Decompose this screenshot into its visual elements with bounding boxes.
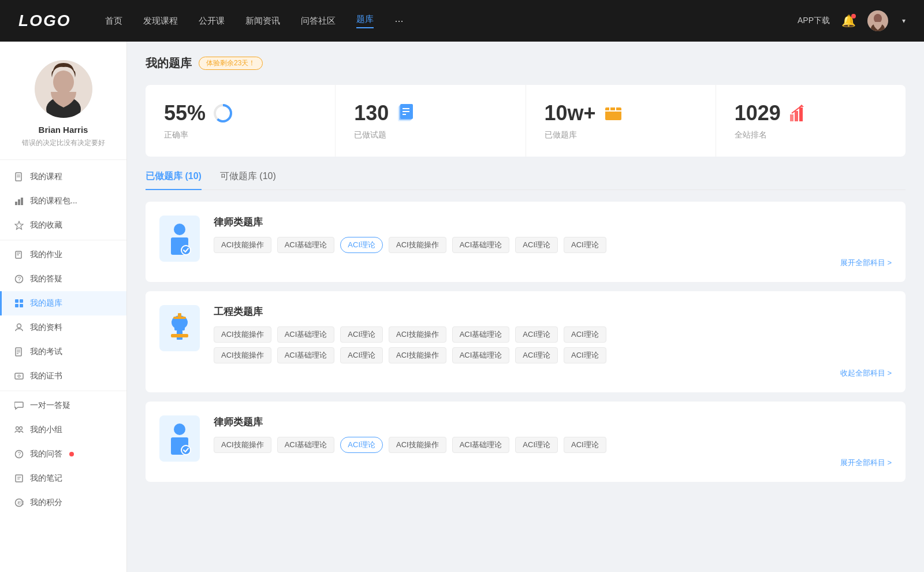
sidebar-label-questions: 我的问答 — [30, 449, 62, 459]
law2-tag-1[interactable]: ACI基础理论 — [277, 437, 335, 453]
qbank-content-lawyer-1: 律师类题库 ACI技能操作 ACI基础理论 ACI理论 ACI技能操作 ACI基… — [214, 216, 892, 268]
sidebar-item-certs[interactable]: 我的证书 — [0, 364, 126, 388]
nav-more[interactable]: ··· — [394, 15, 403, 27]
eng-tag2-5[interactable]: ACI理论 — [515, 347, 558, 363]
nav-news[interactable]: 新闻资讯 — [245, 16, 280, 27]
svg-point-40 — [218, 108, 228, 118]
tab-done[interactable]: 已做题库 (10) — [146, 170, 202, 190]
sidebar-item-qbank[interactable]: 我的题库 — [0, 291, 126, 315]
sidebar-item-course-packages[interactable]: 我的课程包... — [0, 189, 126, 213]
sidebar-item-my-qa[interactable]: ? 我的答疑 — [0, 267, 126, 291]
eng-tag2-2[interactable]: ACI理论 — [340, 347, 383, 363]
qbank-card-lawyer-2: 律师类题库 ACI技能操作 ACI基础理论 ACI理论 ACI技能操作 ACI基… — [146, 402, 906, 482]
eng-tag-6[interactable]: ACI理论 — [564, 326, 606, 343]
eng-tag-4[interactable]: ACI基础理论 — [452, 326, 510, 343]
notification-bell[interactable]: 🔔 — [841, 14, 856, 28]
eng-tag-0[interactable]: ACI技能操作 — [214, 326, 271, 343]
eng-tag2-1[interactable]: ACI基础理论 — [277, 347, 335, 363]
nav-qbank[interactable]: 题库 — [356, 14, 374, 28]
sidebar-item-1on1[interactable]: 一对一答疑 — [0, 393, 126, 418]
law2-tag-3[interactable]: ACI技能操作 — [389, 437, 446, 453]
stat-questions-top: 130 — [354, 101, 506, 125]
law2-tag-6[interactable]: ACI理论 — [564, 437, 606, 453]
qbank-card-lawyer-1: 律师类题库 ACI技能操作 ACI基础理论 ACI理论 ACI技能操作 ACI基… — [146, 202, 906, 282]
eng-tag-2[interactable]: ACI理论 — [340, 326, 383, 343]
eng-tag-5[interactable]: ACI理论 — [515, 326, 558, 343]
tag-2[interactable]: ACI理论 — [340, 237, 383, 253]
eng-tag-1[interactable]: ACI基础理论 — [277, 326, 335, 343]
sidebar-item-notes[interactable]: 我的笔记 — [0, 466, 126, 491]
sidebar-item-homework[interactable]: 我的作业 — [0, 243, 126, 267]
sidebar-item-favorites[interactable]: 我的收藏 — [0, 213, 126, 237]
sidebar-item-points[interactable]: 积分 我的积分 — [0, 491, 126, 515]
svg-rect-59 — [174, 320, 185, 330]
svg-point-57 — [181, 246, 191, 255]
eng-tag2-6[interactable]: ACI理论 — [564, 347, 606, 363]
user-menu-chevron[interactable]: ▾ — [902, 17, 906, 25]
tag-5[interactable]: ACI理论 — [515, 237, 558, 253]
tab-available[interactable]: 可做题库 (10) — [220, 170, 276, 190]
sidebar-item-courses[interactable]: 我的课程 — [0, 165, 126, 189]
law2-tag-5[interactable]: ACI理论 — [515, 437, 558, 453]
svg-text:积分: 积分 — [17, 500, 24, 506]
nav-qa[interactable]: 问答社区 — [301, 16, 336, 27]
sidebar-item-groups[interactable]: 我的小组 — [0, 418, 126, 442]
qbank-content-lawyer-2: 律师类题库 ACI技能操作 ACI基础理论 ACI理论 ACI技能操作 ACI基… — [214, 415, 892, 468]
svg-text:?: ? — [18, 451, 21, 458]
svg-point-66 — [181, 445, 191, 455]
sidebar-item-questions[interactable]: ? 我的问答 — [0, 442, 126, 466]
star-icon — [14, 220, 24, 231]
profile-name: Brian Harris — [39, 125, 88, 135]
nav-links: 首页 发现课程 公开课 新闻资讯 问答社区 题库 ··· — [105, 14, 798, 28]
app-download-button[interactable]: APP下载 — [798, 16, 830, 26]
stat-ranking: 1029 全站排名 — [716, 85, 906, 157]
svg-rect-33 — [16, 475, 23, 482]
sidebar-label-points: 我的积分 — [30, 497, 62, 508]
svg-text:?: ? — [18, 276, 21, 283]
page-title: 我的题库 — [146, 55, 192, 71]
qa-icon: ? — [14, 449, 24, 459]
eng-tag2-4[interactable]: ACI基础理论 — [452, 347, 510, 363]
law2-tag-2[interactable]: ACI理论 — [340, 437, 383, 453]
tag-0[interactable]: ACI技能操作 — [214, 237, 271, 253]
sidebar-label-my-qa: 我的答疑 — [30, 274, 62, 284]
tag-4[interactable]: ACI基础理论 — [452, 237, 510, 253]
nav-discover[interactable]: 发现课程 — [143, 16, 178, 27]
svg-rect-53 — [799, 107, 803, 121]
edit-icon — [14, 250, 24, 260]
chat-icon — [14, 400, 24, 411]
tag-3[interactable]: ACI技能操作 — [389, 237, 446, 253]
law2-tag-0[interactable]: ACI技能操作 — [214, 437, 271, 453]
qbank-icon-lawyer-2 — [159, 415, 200, 462]
note-icon — [14, 473, 24, 484]
eng-tag2-0[interactable]: ACI技能操作 — [214, 347, 271, 363]
sidebar-label-1on1: 一对一答疑 — [30, 400, 70, 411]
qbank-icon-engineering — [159, 305, 200, 351]
nav-public-course[interactable]: 公开课 — [199, 16, 225, 27]
sidebar-item-profile[interactable]: 我的资料 — [0, 315, 126, 340]
sidebar-label-groups: 我的小组 — [30, 425, 62, 435]
collapse-link-engineering[interactable]: 收起全部科目 > — [214, 368, 892, 378]
eng-tag-3[interactable]: ACI技能操作 — [389, 326, 446, 343]
expand-link-lawyer-2[interactable]: 展开全部科目 > — [214, 458, 892, 468]
trial-badge: 体验剩余23天！ — [199, 57, 263, 70]
svg-rect-18 — [15, 299, 18, 303]
stat-banks-done: 10w+ 已做题库 — [526, 85, 716, 157]
svg-rect-61 — [171, 334, 188, 337]
ranking-icon — [788, 103, 808, 124]
sidebar-profile: Brian Harris 错误的决定比没有决定要好 — [0, 42, 126, 160]
tag-1[interactable]: ACI基础理论 — [277, 237, 335, 253]
sidebar-menu: 我的课程 我的课程包... 我的收藏 我的作业 — [0, 160, 126, 519]
user-avatar[interactable] — [867, 10, 888, 31]
people-icon — [14, 322, 24, 333]
law2-tag-4[interactable]: ACI基础理论 — [452, 437, 510, 453]
questions-badge — [69, 452, 74, 456]
sidebar-item-exams[interactable]: 我的考试 — [0, 340, 126, 364]
logo[interactable]: LOGO — [18, 12, 70, 30]
profile-motto: 错误的决定比没有决定要好 — [22, 138, 105, 148]
eng-tag2-3[interactable]: ACI技能操作 — [389, 347, 446, 363]
expand-link-lawyer-1[interactable]: 展开全部科目 > — [214, 258, 892, 268]
tag-6[interactable]: ACI理论 — [564, 237, 606, 253]
nav-home[interactable]: 首页 — [105, 16, 122, 27]
page-wrapper: Brian Harris 错误的决定比没有决定要好 我的课程 我的课程包... — [0, 0, 924, 572]
